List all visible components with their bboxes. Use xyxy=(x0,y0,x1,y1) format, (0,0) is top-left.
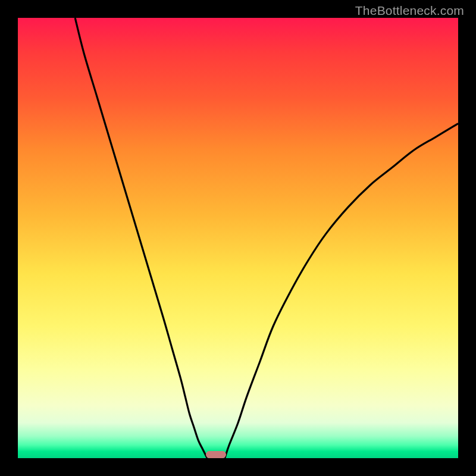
watermark-text: TheBottleneck.com xyxy=(355,4,464,18)
curve-layer xyxy=(18,18,458,458)
curve-left-branch xyxy=(75,18,207,458)
chart-frame: TheBottleneck.com xyxy=(0,0,476,476)
curve-right-branch xyxy=(225,124,458,458)
plot-area xyxy=(18,18,458,458)
minimum-marker xyxy=(206,451,226,458)
